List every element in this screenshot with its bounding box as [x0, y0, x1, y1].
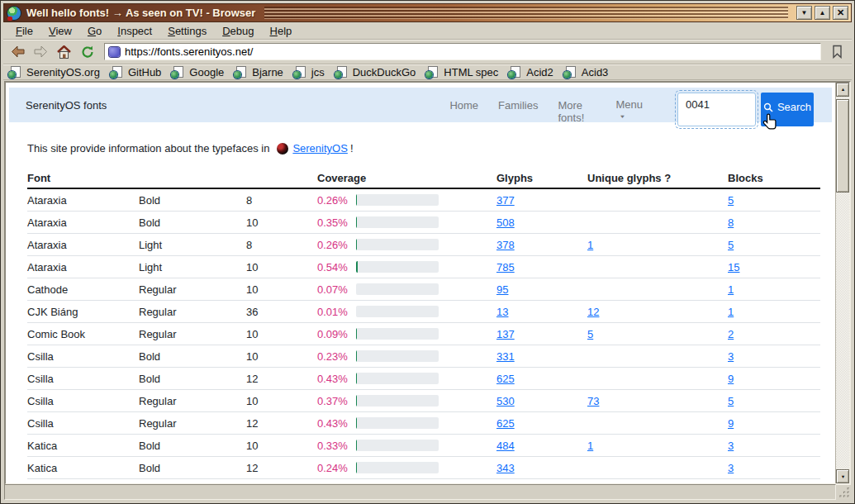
block-count-link[interactable]: 3 [728, 350, 734, 363]
block-count-link[interactable]: 3 [728, 440, 734, 452]
block-count-link[interactable]: 5 [728, 395, 734, 407]
glyph-count-cell: 377 [496, 194, 587, 207]
search-button[interactable]: Search [761, 93, 814, 126]
unique-glyph-count-link[interactable]: 5 [587, 328, 593, 340]
menu-help[interactable]: Help [263, 23, 301, 39]
bookmark-item[interactable]: Acid3 [566, 66, 609, 78]
nav-home[interactable]: Home [449, 99, 478, 124]
search-input[interactable]: 0041 [677, 93, 756, 126]
bookmark-item[interactable]: HTML spec [428, 66, 498, 78]
coverage-progress-bar [356, 283, 439, 295]
bookmark-item[interactable]: SerenityOS.org [11, 66, 100, 78]
bookmark-item[interactable]: jcs [296, 66, 325, 78]
nav-more-fonts[interactable]: More fonts! [558, 99, 596, 124]
back-button[interactable] [7, 42, 28, 62]
minimize-button[interactable]: ▼ [796, 6, 812, 20]
block-count-cell: 15 [728, 261, 820, 273]
coverage-percent: 0.07% [317, 283, 356, 296]
glyph-count-link[interactable]: 378 [496, 239, 515, 251]
table-row: AtaraxiaLight100.54%78515 [27, 256, 820, 278]
bookmark-item[interactable]: DuckDuckGo [337, 66, 416, 78]
glyph-count-cell: 343 [496, 462, 587, 474]
serenityos-link[interactable]: SerenityOS [292, 142, 347, 155]
coverage-bar-cell [356, 440, 496, 451]
unique-glyph-count-link[interactable]: 12 [587, 306, 599, 318]
glyph-count-link[interactable]: 530 [496, 395, 515, 407]
glyph-count-link[interactable]: 137 [496, 328, 515, 340]
vertical-scrollbar[interactable]: ▲ ▼ [835, 83, 849, 483]
block-count-link[interactable]: 1 [728, 283, 734, 296]
scroll-down-button[interactable]: ▼ [836, 469, 849, 483]
bookmark-ribbon-icon [832, 45, 843, 59]
glyph-count-link[interactable]: 625 [496, 417, 515, 430]
scrollbar-thumb[interactable] [836, 99, 849, 193]
font-size: 12 [246, 373, 317, 385]
bookmark-item[interactable]: Bjarne [236, 66, 283, 78]
block-count-link[interactable]: 2 [728, 328, 734, 340]
coverage-percent: 0.35% [317, 216, 356, 229]
block-count-link[interactable]: 8 [728, 216, 734, 229]
glyph-count-link[interactable]: 508 [496, 216, 515, 229]
block-count-cell: 1 [728, 283, 820, 296]
glyph-count-link[interactable]: 377 [496, 194, 515, 207]
coverage-percent: 0.54% [317, 261, 356, 273]
maximize-button[interactable]: ▲ [815, 6, 830, 20]
glyph-count-link[interactable]: 625 [496, 373, 515, 385]
scroll-up-button[interactable]: ▲ [836, 83, 849, 97]
site-favicon [109, 47, 120, 57]
menu-settings[interactable]: Settings [160, 23, 215, 39]
url-text: https://fonts.serenityos.net/ [125, 45, 253, 58]
home-button[interactable] [54, 42, 74, 62]
block-count-link[interactable]: 3 [728, 462, 734, 474]
glyph-count-link[interactable]: 95 [496, 283, 508, 296]
glyph-count-link[interactable]: 331 [496, 350, 515, 363]
coverage-percent: 0.26% [317, 239, 356, 251]
block-count-cell: 3 [728, 462, 820, 474]
coverage-percent: 0.09% [317, 328, 356, 340]
menu-file[interactable]: File [8, 23, 41, 39]
block-count-link[interactable]: 1 [728, 306, 734, 318]
maximize-icon: ▲ [819, 9, 826, 17]
nav-menu-dropdown[interactable]: Menu ▼ [615, 99, 643, 124]
table-row: CJK BiángRegular360.01%13121 [27, 301, 820, 323]
menu-debug[interactable]: Debug [215, 23, 262, 39]
resize-grip[interactable] [838, 487, 850, 499]
titlebar[interactable]: Well hello fonts! → As seen on TV! - Bro… [3, 3, 852, 22]
glyph-count-link[interactable]: 484 [496, 440, 515, 452]
font-family-name: Ataraxia [27, 216, 139, 229]
address-bar[interactable]: https://fonts.serenityos.net/ [104, 43, 821, 60]
bookmark-page-button[interactable] [827, 42, 848, 62]
block-count-link[interactable]: 9 [728, 417, 734, 430]
block-count-link[interactable]: 5 [728, 239, 734, 251]
coverage-progress-bar [356, 373, 439, 384]
bookmark-item[interactable]: GitHub [112, 66, 161, 78]
nav-families[interactable]: Families [498, 99, 538, 124]
bookmark-page-globe-icon [566, 66, 576, 78]
forward-button[interactable] [31, 42, 51, 62]
bookmark-item[interactable]: Google [173, 66, 224, 78]
block-count-link[interactable]: 9 [728, 373, 734, 385]
font-family-name: Csilla [27, 395, 139, 407]
menu-inspect[interactable]: Inspect [110, 23, 160, 39]
unique-glyph-count-link[interactable]: 1 [587, 239, 593, 251]
block-count-link[interactable]: 5 [728, 194, 734, 207]
glyph-count-link[interactable]: 343 [496, 462, 515, 474]
col-glyphs: Glyphs [496, 172, 587, 184]
font-size: 12 [246, 417, 317, 430]
block-count-cell: 9 [728, 417, 820, 430]
coverage-percent: 0.43% [317, 373, 356, 385]
menu-view[interactable]: View [41, 23, 80, 39]
close-button[interactable]: ✕ [833, 6, 848, 20]
glyph-count-link[interactable]: 785 [496, 261, 515, 273]
unique-glyph-count-link[interactable]: 1 [587, 440, 593, 452]
glyph-count-cell: 13 [496, 306, 587, 318]
coverage-bar-cell [356, 328, 496, 340]
unique-glyph-count-link[interactable]: 73 [587, 395, 599, 407]
toolbar: https://fonts.serenityos.net/ [3, 40, 852, 64]
glyph-count-link[interactable]: 13 [496, 306, 508, 318]
block-count-link[interactable]: 15 [728, 261, 739, 273]
bookmark-item[interactable]: Acid2 [511, 66, 553, 78]
reload-button[interactable] [77, 42, 97, 62]
menu-go[interactable]: Go [80, 23, 110, 39]
bookmark-page-globe-icon [11, 66, 21, 78]
